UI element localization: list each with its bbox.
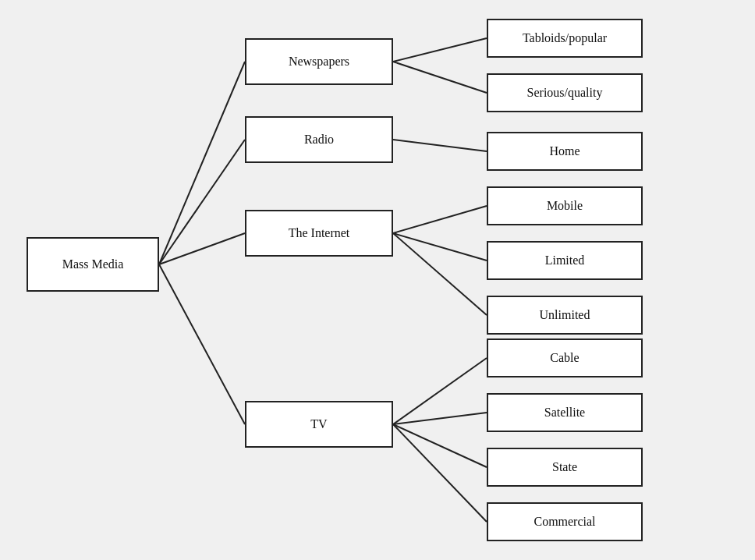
limited-node: Limited [487, 241, 643, 280]
svg-line-6 [393, 140, 487, 151]
svg-line-5 [393, 62, 487, 93]
svg-line-4 [393, 38, 487, 62]
mass-media-node: Mass Media [27, 237, 159, 292]
svg-line-8 [393, 233, 487, 261]
mobile-node: Mobile [487, 186, 643, 225]
newspapers-node: Newspapers [245, 38, 393, 85]
svg-line-1 [159, 140, 245, 264]
internet-node: The Internet [245, 210, 393, 257]
satellite-node: Satellite [487, 393, 643, 432]
svg-line-7 [393, 206, 487, 233]
serious-node: Serious/quality [487, 73, 643, 112]
svg-line-9 [393, 233, 487, 315]
state-node: State [487, 448, 643, 487]
diagram: Mass Media Newspapers Radio The Internet… [3, 3, 752, 557]
svg-line-13 [393, 424, 487, 522]
svg-line-12 [393, 424, 487, 467]
tv-node: TV [245, 401, 393, 448]
svg-line-3 [159, 264, 245, 424]
unlimited-node: Unlimited [487, 296, 643, 335]
tabloids-node: Tabloids/popular [487, 19, 643, 58]
svg-line-0 [159, 62, 245, 264]
svg-line-11 [393, 413, 487, 424]
home-node: Home [487, 132, 643, 171]
svg-line-10 [393, 358, 487, 424]
radio-node: Radio [245, 116, 393, 163]
svg-line-2 [159, 233, 245, 264]
commercial-node: Commercial [487, 502, 643, 541]
cable-node: Cable [487, 338, 643, 377]
